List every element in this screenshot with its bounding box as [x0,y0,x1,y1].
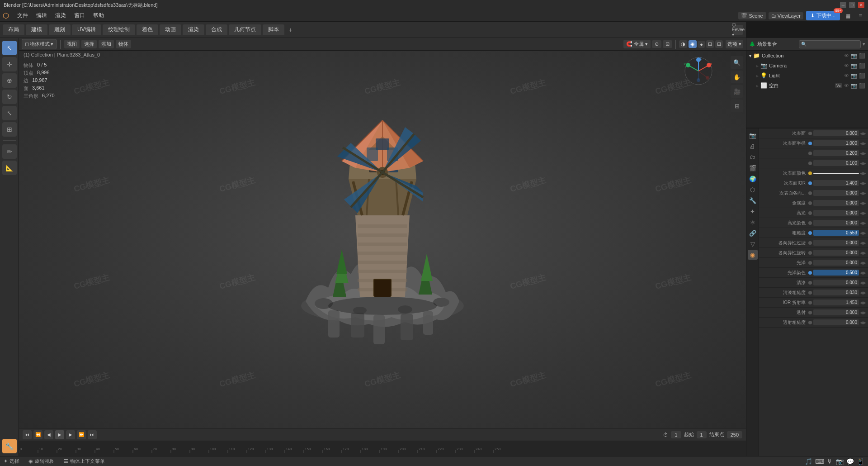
snap-magnet[interactable]: 🧲 全属 ▾ [623,40,651,48]
vp-object-menu[interactable]: 物体 [116,40,131,48]
prop-dot-spec-tint[interactable] [808,221,812,225]
zoom-icon[interactable]: 🔍 [731,56,743,69]
viewport-canvas[interactable]: CG模型主 CG模型主 CG模型主 CG模型主 CG模型主 CG模型主 CG模型… [19,38,746,428]
outliner-search[interactable] [799,40,861,48]
ws-tab-uv[interactable]: UV编辑 [72,24,101,35]
prop-tab-material[interactable]: ◉ [748,250,758,260]
playback-next-frame[interactable]: ▶ [66,430,75,439]
add-workspace-btn[interactable]: + [286,25,296,35]
empty-render[interactable]: ⬛ [859,83,865,89]
prop-value-specular[interactable]: 0.000 [813,210,859,216]
ws-tab-layout[interactable]: 布局 [3,24,24,35]
prop-dot-clearcoat[interactable] [808,281,812,285]
ws-tab-shader[interactable]: 着色 [137,24,158,35]
viewport-shading-render[interactable]: ● [698,41,705,48]
prop-dot-ss-ior[interactable] [808,181,812,185]
prop-dot-cc-rough[interactable] [808,291,812,295]
maximize-btn[interactable]: □ [849,2,855,8]
prop-dot-ss-aniso[interactable] [808,191,812,195]
menu-edit[interactable]: 编辑 [33,11,51,20]
prop-tab-world[interactable]: 🌍 [748,174,758,184]
ws-tab-composite[interactable]: 合成 [206,24,227,35]
timeline-ruler[interactable]: 0 10 20 30 40 50 60 70 80 90 1 [19,441,746,456]
select-tool[interactable]: 选项 ▾ [726,40,743,48]
prop-value-spec-tint[interactable]: 0.000 [813,220,859,226]
outliner-item-empty[interactable]: ▸ ⬜ 空白 V₂ 👁 📷 ⬛ [754,81,868,90]
collection-camera-exclude[interactable]: 📷 [851,53,857,59]
prop-value-tr-rough[interactable]: 0.000 [813,319,859,325]
vp-add-menu[interactable]: 添加 [99,40,114,48]
prop-dot-roughness[interactable] [808,231,812,235]
light-exclude[interactable]: 📷 [851,73,857,79]
prop-tab-modifier[interactable]: 🔧 [748,195,758,205]
light-render[interactable]: ⬛ [859,73,865,79]
menu-render[interactable]: 渲染 [52,11,70,20]
vp-view-menu[interactable]: 视图 [64,40,80,48]
prop-dot-aniso-rotate[interactable] [808,251,812,255]
grid-icon[interactable]: ⊞ [731,100,743,112]
prop-tab-physics[interactable]: ⚛ [748,217,758,227]
blender-logo[interactable]: ⬡ [3,11,9,20]
tool-rotate[interactable]: ↻ [2,90,17,104]
prop-dot-ss-radius-g[interactable] [808,152,812,155]
tool-measure[interactable]: 📐 [2,161,17,175]
prop-value-sheen-tint[interactable]: 0.500 [813,270,859,276]
prop-value-ss-ior[interactable]: 1.400 [813,180,859,186]
prop-dot-sheen[interactable] [808,261,812,265]
ws-tab-texture[interactable]: 纹理绘制 [103,24,135,35]
prop-dot-tr-rough[interactable] [808,321,812,324]
prop-dot-specular[interactable] [808,211,812,215]
viewport-shading-material[interactable]: ◉ [689,40,697,48]
current-frame-value[interactable]: 1 [671,431,681,438]
close-btn[interactable]: ✕ [858,2,864,8]
menu-window[interactable]: 窗口 [71,11,89,20]
ws-tab-script[interactable]: 脚本 [263,24,284,35]
tool-annotate[interactable]: ✏ [2,144,17,159]
prop-dot-sheen-tint[interactable] [808,271,812,275]
prop-dot-ss-radius-b[interactable] [808,162,812,165]
ws-tab-anim[interactable]: 动画 [160,24,181,35]
prop-value-ss-radius-b[interactable]: 0.100 [813,160,859,166]
empty-exclude[interactable]: 📷 [851,83,857,89]
outliner-item-camera[interactable]: ▸ 📷 Camera 👁 📷 ⬛ [754,61,868,71]
viewport-overlay[interactable]: ⊟ [706,40,714,48]
prop-tab-scene[interactable]: 🎬 [748,163,758,173]
prop-tab-render[interactable]: 📷 [748,130,758,140]
viewport-shading-solid[interactable]: ◑ [679,40,687,48]
filter-icon[interactable]: ≡ [855,11,865,21]
prop-dot-transmission[interactable] [808,311,812,314]
empty-visibility[interactable]: 👁 [844,83,849,88]
collection-render[interactable]: ⬛ [859,53,865,59]
prop-value-ss-radius-g[interactable]: 0.200 [813,150,859,156]
playback-prev-frame[interactable]: ◀ [44,430,53,439]
prop-value-aniso-filter[interactable]: 0.000 [813,240,859,246]
camera-visibility[interactable]: 👁 [844,63,849,68]
tool-options[interactable]: 🔧 [2,439,17,453]
playback-next-key[interactable]: ⏩ [77,430,86,439]
prop-dot-aniso-filter[interactable] [808,241,812,245]
prop-value-subsurface[interactable]: 0.000 [813,130,859,136]
prop-value-ior[interactable]: 1.450 [813,300,859,305]
prop-value-ss-aniso[interactable]: 0.000 [813,190,859,196]
prop-value-aniso-rotate[interactable]: 0.000 [813,250,859,256]
tool-cursor[interactable]: ✛ [2,57,17,71]
outliner-item-light[interactable]: ▸ 💡 Light 👁 📷 ⬛ [754,71,868,81]
tool-select[interactable]: ↖ [2,41,17,55]
outliner-filter-icon[interactable]: ▾ [863,41,865,47]
prop-value-cc-rough[interactable]: 0.030 [813,290,859,295]
prop-value-sheen[interactable]: 0.000 [813,260,859,266]
menu-help[interactable]: 帮助 [90,11,108,20]
tool-scale[interactable]: ⤡ [2,106,17,120]
start-frame-value[interactable]: 1 [697,431,707,438]
options-icon[interactable]: ▦ [843,11,853,21]
hand-icon[interactable]: ✋ [731,71,743,83]
collection-visibility[interactable]: 👁 [844,53,849,58]
prop-value-ss-color[interactable] [813,173,859,174]
light-visibility[interactable]: 👁 [844,73,849,78]
vp-select-menu[interactable]: 选择 [81,40,97,48]
end-frame-value[interactable]: 250 [727,431,742,438]
prop-value-roughness[interactable]: 0.553 [813,230,859,236]
prop-dot-metallic[interactable] [808,201,812,205]
prop-dot-ss-color[interactable] [808,171,812,175]
engine-select[interactable]: ⬡ Eevee ▾ [733,25,743,35]
